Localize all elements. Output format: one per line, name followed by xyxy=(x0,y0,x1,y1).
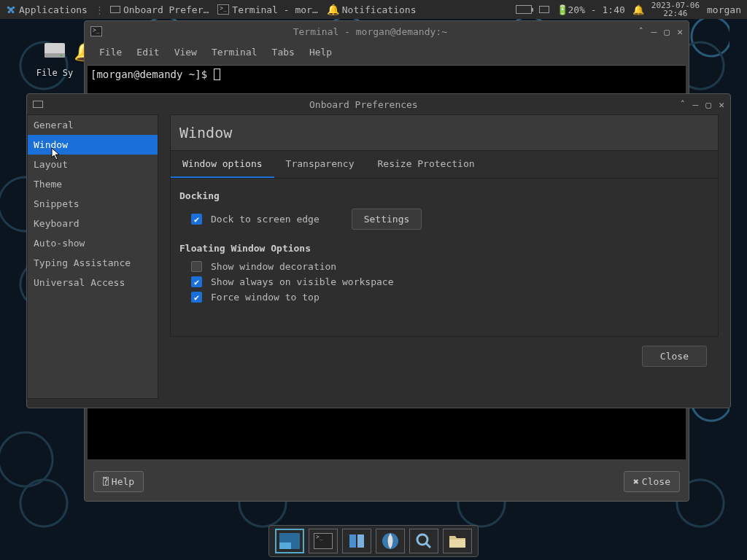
dock-terminal[interactable] xyxy=(309,529,338,553)
minimize-icon[interactable]: — xyxy=(693,99,699,110)
chevron-up-icon[interactable]: ˆ xyxy=(680,99,686,110)
chevron-up-icon[interactable]: ˆ xyxy=(638,26,644,37)
svg-rect-9 xyxy=(279,542,291,549)
notification-bell-icon[interactable]: 🔔 xyxy=(632,4,644,15)
taskbar-item-terminal[interactable]: Terminal - mor… xyxy=(213,0,322,19)
battery-icon: 🔋 xyxy=(557,4,568,15)
svg-point-1 xyxy=(7,7,10,9)
onboard-preferences-window: Onboard Preferences ˆ — ▢ ✕ General Wind… xyxy=(26,93,731,408)
checkbox-force-top[interactable]: ✔ xyxy=(191,292,202,303)
window-title: Terminal - morgan@demandy:~ xyxy=(102,26,638,37)
menu-terminal[interactable]: Terminal xyxy=(212,47,258,58)
taskbar-item-notifications[interactable]: 🔔 Notifications xyxy=(322,0,421,19)
terminal-titlebar[interactable]: Terminal - morgan@demandy:~ ˆ — ▢ ✕ xyxy=(85,21,689,42)
menu-tabs[interactable]: Tabs xyxy=(272,47,295,58)
sidebar-item-layout[interactable]: Layout xyxy=(28,155,158,174)
tab-bar: Window options Transparency Resize Prote… xyxy=(170,151,719,179)
checkbox-label: Show always on visible workspace xyxy=(211,276,393,287)
folder-icon xyxy=(448,533,467,549)
close-button[interactable]: ✖ Close xyxy=(624,471,680,492)
keyboard-icon xyxy=(110,6,120,13)
tab-transparency[interactable]: Transparency xyxy=(274,151,366,178)
checkbox-label: Dock to screen edge xyxy=(211,214,320,225)
terminal-icon xyxy=(217,4,229,15)
close-button[interactable]: Close xyxy=(642,346,707,367)
maximize-icon[interactable]: ▢ xyxy=(664,26,670,37)
task-label: Terminal - mor… xyxy=(232,4,317,15)
svg-point-4 xyxy=(12,11,15,14)
svg-point-2 xyxy=(12,7,15,9)
bell-icon: 🔔 xyxy=(327,4,339,15)
help-button[interactable]: ⍰ Help xyxy=(93,471,144,492)
icon-label: File Sy xyxy=(36,68,74,78)
window-title: Onboard Preferences xyxy=(47,99,680,110)
svg-rect-10 xyxy=(349,534,356,548)
close-icon[interactable]: ✕ xyxy=(719,99,724,110)
top-panel: Applications ⋮ Onboard Prefer… Terminal … xyxy=(0,0,747,19)
dock-show-desktop[interactable] xyxy=(275,529,304,553)
sidebar-item-keyboard[interactable]: Keyboard xyxy=(28,214,158,233)
checkbox-label: Show window decoration xyxy=(211,261,336,272)
section-floating: Floating Window Options xyxy=(179,243,709,254)
taskbar-item-onboard[interactable]: Onboard Prefer… xyxy=(106,0,213,19)
close-icon: ✖ xyxy=(633,476,639,487)
checkbox-show-always[interactable]: ✔ xyxy=(191,276,202,287)
checkbox-label: Force window to top xyxy=(211,292,320,303)
page-title: Window xyxy=(170,114,719,151)
dock-home-folder[interactable] xyxy=(443,529,472,553)
close-icon[interactable]: ✕ xyxy=(677,26,683,37)
text-cursor xyxy=(214,69,220,80)
sidebar-item-autoshow[interactable]: Auto-show xyxy=(28,233,158,253)
file-manager-icon xyxy=(347,532,366,551)
svg-point-13 xyxy=(417,534,427,545)
sidebar-item-snippets[interactable]: Snippets xyxy=(28,194,158,214)
sidebar-item-window[interactable]: Window xyxy=(28,135,158,155)
battery-empty-icon xyxy=(516,5,532,14)
tab-resize-protection[interactable]: Resize Protection xyxy=(366,151,487,178)
system-tray: 🔋20% - 1:40 🔔 2023-07-06 22:46 morgan xyxy=(510,1,747,18)
menu-file[interactable]: File xyxy=(99,47,122,58)
separator-icon: ⋮ xyxy=(95,4,104,15)
svg-point-3 xyxy=(8,11,11,14)
task-label: Notifications xyxy=(342,4,417,15)
dialog-footer: ⍰ Help ✖ Close xyxy=(85,462,689,501)
battery-indicator[interactable]: 🔋20% - 1:40 xyxy=(557,4,625,15)
menu-view[interactable]: View xyxy=(174,47,197,58)
clock[interactable]: 2023-07-06 22:46 xyxy=(651,1,700,18)
magnifier-icon xyxy=(414,532,433,551)
menu-help[interactable]: Help xyxy=(309,47,332,58)
onboard-titlebar[interactable]: Onboard Preferences ˆ — ▢ ✕ xyxy=(27,94,730,114)
xfce-logo-icon xyxy=(6,4,16,15)
svg-rect-11 xyxy=(357,534,364,548)
tab-content: Docking ✔ Dock to screen edge Settings F… xyxy=(170,179,719,337)
keyboard-icon xyxy=(33,101,43,108)
terminal-icon xyxy=(314,533,333,549)
svg-rect-15 xyxy=(449,540,465,548)
checkbox-dock-to-edge[interactable]: ✔ xyxy=(191,214,202,225)
applications-menu[interactable]: Applications xyxy=(0,0,93,19)
task-label: Onboard Prefer… xyxy=(123,4,209,15)
svg-line-14 xyxy=(426,543,430,548)
menu-edit[interactable]: Edit xyxy=(136,47,159,58)
keyboard-tray-icon[interactable] xyxy=(539,6,549,13)
dock-search[interactable] xyxy=(409,529,438,553)
terminal-icon xyxy=(90,26,102,36)
dock-web-browser[interactable] xyxy=(376,529,405,553)
dock-file-manager[interactable] xyxy=(342,529,371,553)
sidebar-item-typing-assistance[interactable]: Typing Assistance xyxy=(28,253,158,273)
checkbox-show-decoration[interactable] xyxy=(191,261,202,272)
main-pane: Window Window options Transparency Resiz… xyxy=(170,114,719,399)
terminal-menubar: File Edit View Terminal Tabs Help xyxy=(85,42,689,62)
sidebar-item-universal-access[interactable]: Universal Access xyxy=(28,273,158,292)
user-menu[interactable]: morgan xyxy=(707,4,741,15)
settings-button[interactable]: Settings xyxy=(352,209,422,230)
svg-point-0 xyxy=(9,7,12,11)
tab-window-options[interactable]: Window options xyxy=(171,151,274,178)
sidebar-item-theme[interactable]: Theme xyxy=(28,174,158,194)
globe-icon xyxy=(381,532,400,551)
sidebar-item-general[interactable]: General xyxy=(28,115,158,135)
applications-label: Applications xyxy=(19,4,88,15)
prompt: [morgan@demandy ~]$ xyxy=(90,69,214,80)
minimize-icon[interactable]: — xyxy=(651,26,657,37)
maximize-icon[interactable]: ▢ xyxy=(705,99,711,110)
